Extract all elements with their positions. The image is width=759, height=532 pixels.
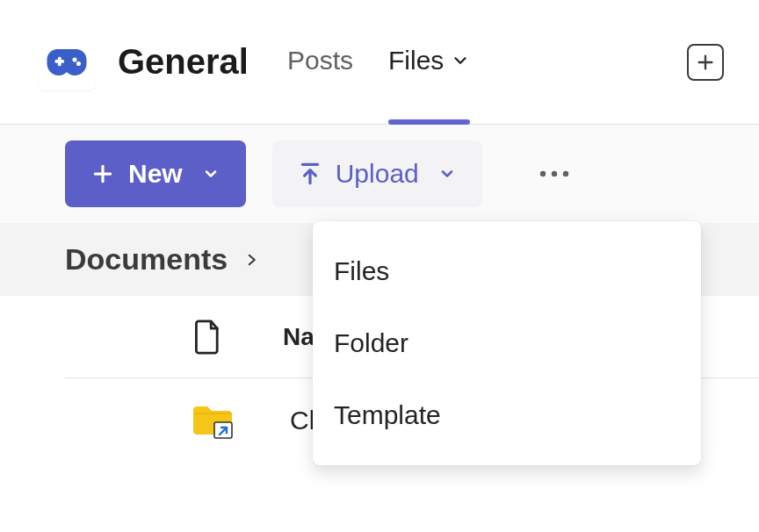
svg-point-1 (76, 61, 81, 65)
chevron-right-icon (243, 248, 259, 272)
team-avatar (39, 34, 95, 90)
breadcrumb-root[interactable]: Documents (65, 242, 228, 277)
tab-list: Posts Files (287, 0, 470, 124)
chevron-down-icon (202, 165, 220, 183)
channel-header: General Posts Files (0, 0, 759, 125)
svg-point-4 (540, 171, 546, 176)
svg-rect-3 (58, 56, 61, 66)
add-tab-button[interactable] (687, 44, 724, 81)
svg-point-5 (552, 171, 557, 176)
upload-icon (299, 161, 322, 187)
file-row-icon-cell (188, 401, 237, 440)
plus-icon (696, 53, 715, 72)
file-icon (192, 319, 222, 356)
svg-point-0 (72, 57, 76, 61)
upload-dropdown: Files Folder Template (313, 221, 701, 465)
tab-posts[interactable]: Posts (287, 0, 353, 124)
chevron-down-icon (451, 51, 470, 70)
gamepad-icon (46, 46, 88, 79)
channel-name: General (118, 42, 249, 82)
tab-posts-label: Posts (287, 46, 353, 75)
upload-button[interactable]: Upload (272, 140, 482, 207)
column-header-type-icon[interactable] (188, 319, 227, 356)
upload-button-label: Upload (336, 159, 419, 189)
plus-icon (91, 162, 114, 185)
upload-dropdown-template[interactable]: Template (313, 379, 701, 451)
new-button[interactable]: New (65, 140, 246, 207)
tab-files[interactable]: Files (388, 0, 470, 124)
more-actions-button[interactable] (535, 140, 574, 207)
tab-files-label: Files (388, 46, 444, 75)
ellipsis-icon (539, 169, 570, 178)
upload-dropdown-folder[interactable]: Folder (313, 307, 701, 379)
files-toolbar: New Upload (0, 125, 759, 223)
new-button-label: New (128, 159, 183, 189)
chevron-down-icon (438, 165, 456, 183)
svg-point-6 (563, 171, 568, 176)
tab-active-indicator (388, 119, 470, 125)
upload-dropdown-files[interactable]: Files (313, 235, 701, 307)
folder-shortcut-icon (191, 401, 235, 440)
